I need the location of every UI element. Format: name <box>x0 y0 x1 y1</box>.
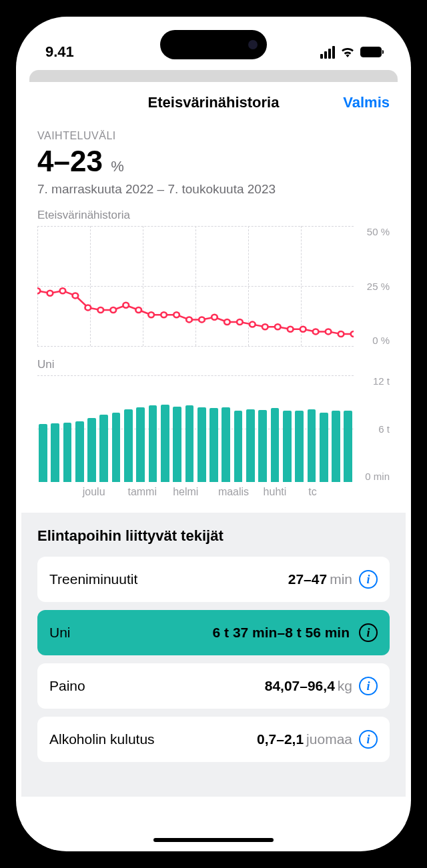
factor-value: 27–47 <box>288 571 327 587</box>
svg-point-2 <box>60 288 66 293</box>
chart-title: Uni <box>37 358 390 371</box>
svg-point-3 <box>73 293 79 298</box>
info-icon[interactable]: i <box>359 623 378 642</box>
factor-unit: kg <box>338 678 352 694</box>
modal-sheet: Eteisvärinähistoria Valmis VAIHTELUVÄLI … <box>21 82 406 850</box>
svg-point-22 <box>313 329 319 334</box>
lifestyle-title: Elintapoihin liittyvät tekijät <box>37 527 390 545</box>
svg-point-4 <box>85 305 91 310</box>
factor-value: 0,7–2,1 <box>257 731 304 747</box>
svg-point-14 <box>211 315 218 320</box>
status-icons <box>320 46 382 59</box>
info-icon[interactable]: i <box>359 570 378 589</box>
done-button[interactable]: Valmis <box>343 94 390 111</box>
afib-history-chart: Eteisvärinähistoria <box>37 209 390 346</box>
svg-point-21 <box>300 327 306 332</box>
factor-value: 6 t 37 min–8 t 56 min <box>213 625 350 641</box>
bar <box>197 407 206 482</box>
bar <box>185 405 194 482</box>
bar <box>51 423 59 482</box>
bar <box>87 418 96 482</box>
bar <box>124 409 133 482</box>
svg-point-17 <box>250 322 256 327</box>
svg-point-8 <box>135 307 141 313</box>
svg-point-16 <box>237 319 243 325</box>
factor-card[interactable]: Alkoholin kulutus0,7–2,1 juomaai <box>37 717 390 762</box>
bar <box>283 411 292 482</box>
sleep-chart: Uni 12 t 6 t 0 min joulutammi <box>37 358 390 498</box>
range-number: 4–23 <box>37 145 103 177</box>
bar <box>149 405 157 482</box>
chart-title: Eteisvärinähistoria <box>37 209 390 222</box>
bar <box>63 423 72 482</box>
factor-card[interactable]: Uni6 t 37 min–8 t 56 min i <box>37 610 390 655</box>
factor-value: 84,07–96,4 <box>265 678 335 694</box>
phone-frame: 9.41 Eteisvärinähistoria Valmis VAIHTELU… <box>7 7 420 861</box>
cellular-signal-icon <box>320 46 335 59</box>
bar <box>39 424 47 482</box>
svg-point-6 <box>110 307 116 313</box>
factor-card[interactable]: Treeniminuutit27–47 mini <box>37 557 390 602</box>
scroll-content[interactable]: VAIHTELUVÄLI 4–23 % 7. marraskuuta 2022 … <box>21 130 406 498</box>
svg-point-0 <box>37 288 40 293</box>
factor-unit: min <box>330 571 352 587</box>
status-time: 9.41 <box>45 43 74 61</box>
svg-point-15 <box>224 319 230 325</box>
battery-icon <box>360 47 382 57</box>
info-icon[interactable]: i <box>359 677 378 695</box>
bar <box>271 408 280 482</box>
bar-plot-area[interactable] <box>37 375 354 482</box>
bar <box>209 408 218 482</box>
svg-point-10 <box>161 312 167 317</box>
bar <box>161 405 169 482</box>
factor-unit: juomaa <box>306 731 352 747</box>
bar <box>222 407 230 482</box>
factor-name: Paino <box>49 678 85 694</box>
svg-point-19 <box>275 324 281 329</box>
phone-screen: 9.41 Eteisvärinähistoria Valmis VAIHTELU… <box>16 17 411 851</box>
factor-name: Treeniminuutit <box>49 571 137 587</box>
page-title: Eteisvärinähistoria <box>148 94 280 111</box>
bar <box>112 413 121 482</box>
range-section-label: VAIHTELUVÄLI <box>37 130 390 142</box>
y-axis-afib: 50 % 25 % 0 % <box>354 226 390 346</box>
background-sheet-peek <box>29 70 398 82</box>
factor-name: Alkoholin kulutus <box>49 731 155 747</box>
bar <box>99 415 108 482</box>
lifestyle-factors-section: Elintapoihin liittyvät tekijät Treenimin… <box>21 513 406 797</box>
svg-point-7 <box>123 303 129 308</box>
bar <box>332 411 340 482</box>
bar <box>258 410 267 482</box>
line-chart-svg <box>37 226 354 346</box>
bar <box>75 421 84 482</box>
info-icon[interactable]: i <box>359 730 378 749</box>
dynamic-island <box>160 30 267 59</box>
svg-point-13 <box>199 317 205 322</box>
svg-point-23 <box>326 329 332 334</box>
bar <box>136 407 145 482</box>
range-unit: % <box>111 158 124 175</box>
svg-point-24 <box>338 331 344 337</box>
date-range: 7. marraskuuta 2022 – 7. toukokuuta 2023 <box>37 182 390 197</box>
bar <box>295 411 304 482</box>
svg-point-18 <box>262 324 268 329</box>
bar <box>234 411 243 482</box>
navigation-bar: Eteisvärinähistoria Valmis <box>21 82 406 123</box>
bar <box>320 413 328 482</box>
svg-point-1 <box>47 291 53 296</box>
x-axis-labels: joulutammihelmimaalishuhtitc <box>37 486 390 498</box>
range-value: 4–23 % <box>37 145 390 178</box>
bar <box>344 411 352 482</box>
bar <box>173 407 181 482</box>
line-plot-area[interactable] <box>37 226 354 346</box>
svg-point-9 <box>148 312 154 317</box>
factor-card[interactable]: Paino84,07–96,4 kgi <box>37 663 390 709</box>
svg-point-20 <box>288 327 294 332</box>
home-indicator[interactable] <box>153 838 274 842</box>
svg-point-5 <box>97 307 103 313</box>
wifi-icon <box>340 47 355 57</box>
y-axis-sleep: 12 t 6 t 0 min <box>354 375 390 482</box>
svg-point-12 <box>186 317 192 322</box>
bar <box>308 409 316 482</box>
factor-name: Uni <box>49 625 71 641</box>
